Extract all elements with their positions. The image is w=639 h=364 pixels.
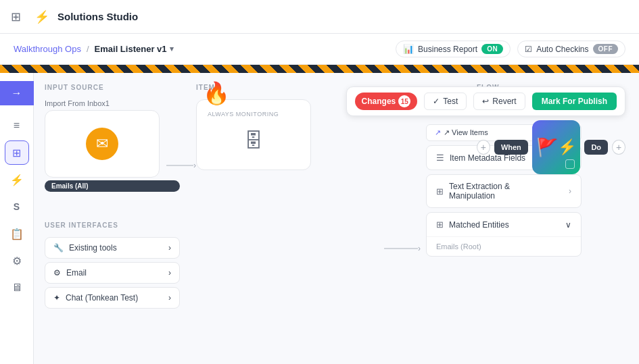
connector-arrow: › — [166, 161, 196, 170]
user-interfaces-section: USER INTERFACES 🔧 Existing tools › ⚙ Ema… — [45, 222, 220, 312]
existing-tools-label: Existing tools — [69, 243, 117, 253]
breadcrumb-parent[interactable]: Walkthrough Ops — [14, 44, 81, 54]
auto-checkins-button[interactable]: ☑ Auto Checkins OFF — [517, 41, 625, 57]
warning-stripe — [0, 65, 639, 73]
floating-toolbar: Changes 15 ✓ Test ↩ Revert Mark For Publ… — [346, 86, 625, 116]
flow-card[interactable]: 🚩 ⚡ — [532, 120, 581, 174]
input-source-label: INPUT SOURCE — [45, 84, 180, 91]
report-label: Business Report — [418, 45, 477, 54]
email-ui-item[interactable]: ⚙ Email › — [45, 262, 180, 284]
test-label: Test — [443, 97, 458, 106]
report-icon: 📊 — [403, 44, 414, 54]
extraction-panel[interactable]: ⊞ Text Extraction & Manipulation › — [426, 174, 582, 208]
flow-row: + When 🚩 ⚡ Do + — [477, 120, 625, 174]
chevron-right-tools-icon: › — [168, 243, 171, 253]
extraction-sub: Manipulation — [449, 191, 510, 201]
top-nav: ⊞ ⚡ Solutions Studio — [0, 0, 639, 34]
matched-entities-panel: ⊞ Matched Entities ∨ Emails (Root) — [426, 212, 582, 257]
database-icon: 🗄 — [244, 130, 263, 152]
do-badge[interactable]: Do — [584, 140, 608, 155]
matched-label: Matched Entities — [449, 220, 509, 230]
main-layout: → ≡ ⊞ ⚡ S 📋 ⚙ 🖥 Changes 15 ✓ Test ↩ Reve… — [0, 73, 639, 364]
when-badge[interactable]: When — [494, 140, 528, 155]
sidebar-item-grid[interactable]: ⊞ — [5, 140, 29, 165]
checkin-icon: ☑ — [525, 45, 532, 54]
mark-publish-button[interactable]: Mark For Publish — [532, 93, 617, 110]
email-node-card[interactable]: ✉ — [45, 110, 160, 178]
email-ui-icon: ⚙ — [53, 268, 61, 278]
sidebar-arrow[interactable]: → — [0, 81, 34, 105]
app-title: Solutions Studio — [57, 11, 138, 22]
changes-badge[interactable]: Changes 15 — [355, 93, 418, 110]
revert-button[interactable]: ↩ Revert — [473, 93, 525, 110]
metadata-icon: ☰ — [436, 153, 444, 163]
chevron-right-chat-icon: › — [168, 293, 171, 303]
sidebar-item-lightning[interactable]: ⚡ — [5, 167, 29, 192]
extraction-icon: ⊞ — [436, 186, 444, 197]
import-label: Import From Inbox1 — [45, 99, 180, 107]
emails-root: Emails (Root) — [427, 236, 581, 256]
items-panel: ALWAYS MONITORING 🗄 — [196, 99, 311, 170]
chevron-down-icon[interactable]: ▾ — [170, 45, 174, 53]
add-flow-after-button[interactable]: + — [612, 140, 625, 155]
chat-icon: ✦ — [53, 293, 60, 303]
matched-icon: ⊞ — [436, 219, 444, 230]
sidebar-item-settings[interactable]: ⚙ — [5, 249, 29, 273]
chevron-down-matched-icon: ∨ — [565, 220, 571, 230]
breadcrumb-current: Email Listener v1 ▾ — [95, 44, 174, 54]
sidebar-item-monitor[interactable]: 🖥 — [5, 276, 29, 300]
flow-lightning-icon: ⚡ — [558, 138, 576, 156]
existing-tools-item[interactable]: 🔧 Existing tools › — [45, 237, 180, 259]
chat-label: Chat (Tonkean Test) — [66, 293, 138, 303]
chevron-right-email-icon: › — [168, 268, 171, 278]
add-flow-before-button[interactable]: + — [477, 140, 490, 155]
chat-ui-item[interactable]: ✦ Chat (Tonkean Test) › — [45, 287, 180, 309]
changes-count: 15 — [398, 95, 410, 107]
revert-icon: ↩ — [482, 97, 489, 106]
test-icon: ✓ — [433, 97, 440, 106]
revert-label: Revert — [492, 97, 516, 106]
sidebar-item-doc[interactable]: 📋 — [5, 222, 29, 246]
report-toggle[interactable]: ON — [481, 44, 503, 54]
breadcrumb-bar: Walkthrough Ops / Email Listener v1 ▾ 📊 … — [0, 34, 639, 65]
chevron-right-extraction-icon: › — [569, 186, 571, 196]
input-source-section: INPUT SOURCE Import From Inbox1 ✉ Emails… — [45, 84, 180, 192]
mascot-icon: 🔥 — [203, 80, 230, 106]
sidebar: → ≡ ⊞ ⚡ S 📋 ⚙ 🖥 — [0, 73, 34, 364]
sidebar-item-layers[interactable]: ≡ — [5, 113, 29, 138]
breadcrumb-actions: 📊 Business Report ON ☑ Auto Checkins OFF — [396, 41, 625, 57]
matched-header[interactable]: ⊞ Matched Entities ∨ — [427, 213, 581, 236]
emails-badge: Emails (All) — [45, 180, 180, 192]
flag-icon: 🚩 — [536, 137, 558, 158]
email-ui-label: Email — [66, 268, 87, 278]
extraction-label: Text Extraction & — [449, 182, 510, 191]
monitoring-label: ALWAYS MONITORING — [208, 111, 300, 118]
checkin-label: Auto Checkins — [536, 45, 588, 54]
grid-icon[interactable]: ⊞ — [11, 9, 21, 24]
anchor-icon: ↗ — [435, 128, 441, 137]
email-icon: ✉ — [86, 128, 118, 160]
breadcrumb-separator: / — [87, 44, 89, 54]
business-report-button[interactable]: 📊 Business Report ON — [396, 41, 511, 57]
connector-arrow-2: › — [384, 244, 421, 253]
existing-tools-icon: 🔧 — [53, 243, 64, 253]
test-button[interactable]: ✓ Test — [424, 93, 467, 110]
flow-card-check — [565, 159, 575, 169]
user-interfaces-label: USER INTERFACES — [45, 222, 220, 229]
changes-label: Changes — [362, 97, 396, 106]
checkin-toggle[interactable]: OFF — [593, 44, 619, 54]
sidebar-item-s[interactable]: S — [5, 194, 29, 219]
canvas: Changes 15 ✓ Test ↩ Revert Mark For Publ… — [34, 73, 639, 364]
lightning-icon: ⚡ — [34, 9, 49, 24]
